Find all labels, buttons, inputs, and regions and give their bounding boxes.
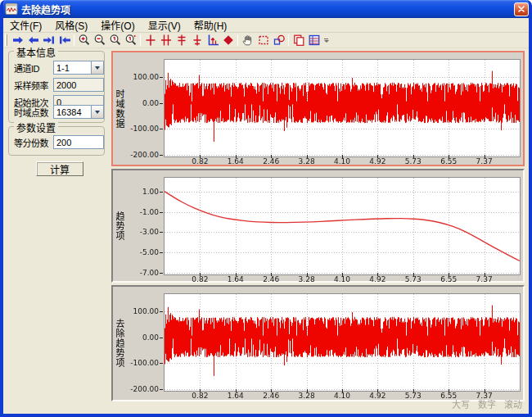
y-tick-mark: [160, 77, 163, 78]
cursor-cross-icon: [144, 34, 157, 47]
x-tick-label: 4.92: [363, 157, 391, 165]
x-tick-label: 3.28: [293, 157, 321, 165]
status-num: 数字: [478, 397, 496, 410]
x-tick-label: 2.46: [257, 392, 285, 400]
x-tick-mark: [449, 273, 449, 276]
x-tick-label: 3.28: [293, 392, 321, 400]
app-window: 去除趋势项 文件(F) 风格(S) 操作(O) 显示(V) 帮助(H): [0, 0, 532, 417]
y-tick-label: -5.00: [121, 248, 159, 256]
select-region-icon: [273, 34, 286, 47]
zoom-box-button[interactable]: [255, 34, 271, 48]
x-tick-mark: [271, 273, 272, 276]
basic-info-group: 基本信息 通道ID 1-1 采样频率 2000 起始批次 0 时域点数 1638…: [8, 51, 105, 123]
title-bar[interactable]: 去除趋势项: [0, 0, 532, 18]
chart-detrended[interactable]: 去除趋势项 0.821.642.463.284.104.925.736.557.…: [111, 285, 525, 401]
x-tick-label: 1.64: [222, 392, 250, 400]
calculate-button[interactable]: 计算: [36, 161, 83, 176]
report-view-button[interactable]: [306, 34, 322, 48]
x-tick-label: 5.73: [399, 157, 427, 165]
zoom-reset-y-button[interactable]: [123, 34, 138, 48]
x-tick-label: 4.92: [363, 392, 391, 400]
detrended-canvas: [165, 294, 520, 391]
cursor-cross-button[interactable]: [142, 34, 158, 48]
x-tick-mark: [200, 155, 201, 158]
chevron-down-icon: [95, 66, 100, 70]
x-tick-label: 1.64: [222, 275, 250, 283]
divisions-input[interactable]: 200: [53, 135, 104, 149]
menu-help[interactable]: 帮助(H): [187, 19, 234, 32]
menu-display[interactable]: 显示(V): [142, 19, 187, 32]
field-divisions: 等分份数 200: [14, 135, 104, 149]
x-tick-label: 3.28: [293, 275, 321, 283]
toolbar-separator: [140, 34, 141, 46]
x-tick-mark: [307, 155, 308, 158]
toolbar-overflow-button[interactable]: [322, 34, 330, 48]
close-icon: [516, 4, 526, 14]
cursor-double-cross-icon: [160, 34, 173, 47]
x-tick-label: 2.46: [257, 157, 285, 165]
time-points-dropdown-button[interactable]: [91, 106, 103, 118]
copy-window-icon: [292, 34, 305, 47]
trend-plot-area[interactable]: [164, 177, 521, 275]
cursor-double-cross-button[interactable]: [158, 34, 174, 48]
y-tick-mark: [160, 129, 163, 129]
sample-rate-field[interactable]: 2000: [53, 78, 104, 92]
pan-hand-button[interactable]: [240, 34, 255, 48]
x-tick-mark: [413, 389, 414, 392]
toolbar-overflow-icon: [324, 39, 328, 39]
zoom-reset-y-icon: [124, 34, 138, 47]
nav-to-start-button[interactable]: [56, 34, 72, 48]
y-tick-mark: [160, 338, 163, 338]
y-tick-mark: [160, 273, 163, 274]
zoom-in-button[interactable]: [76, 34, 92, 48]
toolbar: [3, 33, 529, 48]
detrended-y-axis-label: 去除趋势项: [114, 287, 125, 400]
zoom-box-icon: [257, 34, 270, 47]
menu-operate[interactable]: 操作(O): [94, 19, 141, 32]
x-tick-label: 5.73: [399, 392, 427, 400]
y-tick-label: 0.00: [121, 333, 159, 342]
x-tick-mark: [449, 389, 449, 392]
app-icon: [5, 2, 18, 16]
chart-time-domain[interactable]: 时域数据 0.821.642.463.284.104.925.736.557.3…: [111, 51, 525, 166]
y-tick-label: 0.00: [121, 99, 159, 107]
x-tick-mark: [342, 273, 343, 276]
copy-window-button[interactable]: [291, 34, 306, 48]
select-region-button[interactable]: [271, 34, 286, 48]
basic-info-title: 基本信息: [14, 45, 58, 59]
axis-setup-button[interactable]: [205, 34, 220, 48]
axis-setup-icon: [206, 34, 219, 47]
y-tick-label: 1.00: [121, 188, 159, 196]
toolbar-grip[interactable]: [5, 34, 7, 46]
zoom-reset-x-button[interactable]: [107, 34, 123, 48]
x-tick-label: 0.82: [186, 392, 214, 400]
x-tick-mark: [377, 389, 378, 392]
menu-style[interactable]: 风格(S): [48, 19, 94, 32]
x-tick-label: 4.10: [328, 275, 356, 283]
y-tick-mark: [160, 155, 163, 156]
marker-diamond-button[interactable]: [220, 34, 236, 48]
x-tick-mark: [413, 273, 414, 276]
time-points-combobox[interactable]: 16384: [53, 105, 104, 119]
x-tick-mark: [236, 273, 237, 276]
marker-diamond-icon: [222, 34, 235, 47]
zoom-out-button[interactable]: [92, 34, 107, 48]
cursor-harmonic-button[interactable]: [174, 34, 189, 48]
y-tick-mark: [160, 311, 163, 312]
x-tick-label: 2.46: [257, 275, 285, 283]
x-tick-label: 4.92: [363, 275, 391, 283]
chart-trend[interactable]: 趋势项 0.821.642.463.284.104.925.736.557.37…: [111, 169, 525, 283]
channel-id-combobox[interactable]: 1-1: [53, 61, 104, 75]
channel-id-dropdown-button[interactable]: [91, 61, 103, 74]
menu-file[interactable]: 文件(F): [3, 19, 48, 32]
detrended-plot-area[interactable]: [164, 293, 521, 392]
close-button[interactable]: [514, 2, 529, 16]
x-tick-label: 4.10: [328, 157, 356, 165]
trend-canvas: [165, 178, 520, 274]
time-domain-plot-area[interactable]: [164, 59, 521, 157]
toolbar-separator: [74, 34, 74, 46]
params-group: 参数设置 等分份数 200: [8, 126, 105, 156]
time-points-label: 时域点数: [14, 106, 53, 119]
cursor-delta-button[interactable]: [189, 34, 205, 48]
x-tick-mark: [377, 155, 378, 158]
